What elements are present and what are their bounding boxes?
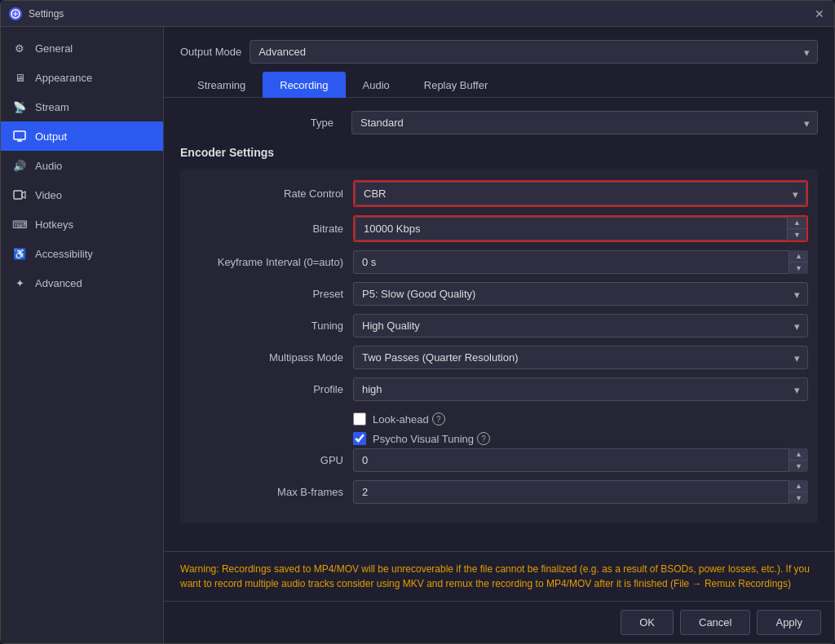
ok-button[interactable]: OK	[621, 610, 674, 635]
window-title: Settings	[29, 8, 813, 20]
type-select[interactable]: Standard Custom Output (FFmpeg)	[351, 111, 818, 135]
look-ahead-help-icon[interactable]: ?	[432, 412, 445, 426]
max-bframes-row: Max B-frames ▲ ▼	[190, 480, 808, 504]
settings-window: Settings ✕ ⚙ General 🖥 Appearance 📡 Stre…	[0, 0, 835, 644]
tab-streaming[interactable]: Streaming	[180, 72, 263, 98]
psycho-visual-help-icon[interactable]: ?	[477, 432, 490, 445]
max-bframes-spinbox: ▲ ▼	[353, 480, 808, 504]
audio-icon: 🔊	[12, 158, 27, 173]
multipass-mode-select[interactable]: Disabled Two Passes (Quarter Resolution)…	[353, 346, 808, 369]
bitrate-input[interactable]	[355, 217, 806, 240]
rate-control-row: Rate Control CBR VBR ABR CQP	[190, 180, 808, 207]
psycho-visual-row: Psycho Visual Tuning ?	[353, 429, 808, 448]
sidebar-label-accessibility: Accessibility	[35, 248, 93, 260]
type-select-wrapper: Standard Custom Output (FFmpeg)	[351, 111, 818, 135]
profile-select[interactable]: high main baseline	[353, 377, 808, 401]
sidebar-label-audio: Audio	[35, 160, 62, 172]
settings-content: Type Standard Custom Output (FFmpeg) Enc…	[164, 98, 834, 551]
gpu-down-button[interactable]: ▼	[789, 461, 808, 472]
sidebar-label-output: Output	[35, 130, 67, 143]
multipass-mode-row: Multipass Mode Disabled Two Passes (Quar…	[190, 346, 808, 369]
type-label: Type	[180, 117, 343, 129]
sidebar-item-accessibility[interactable]: ♿ Accessibility	[1, 239, 163, 268]
app-icon	[9, 7, 22, 20]
output-mode-select[interactable]: Advanced Simple	[250, 40, 818, 64]
tuning-select[interactable]: High Quality Low Latency Ultra Low Laten…	[353, 314, 808, 337]
output-icon	[12, 129, 27, 143]
sidebar-item-audio[interactable]: 🔊 Audio	[1, 151, 163, 180]
gear-icon: ⚙	[12, 41, 27, 55]
keyframe-interval-spinbox: ▲ ▼	[353, 250, 808, 274]
sidebar-item-video[interactable]: Video	[1, 180, 163, 210]
bitrate-row: Bitrate ▲ ▼	[190, 215, 808, 242]
sidebar-label-general: General	[35, 42, 73, 55]
bitrate-down-button[interactable]: ▼	[788, 229, 806, 240]
profile-control: high main baseline	[353, 377, 808, 401]
tab-recording[interactable]: Recording	[263, 72, 345, 98]
apply-button[interactable]: Apply	[757, 610, 821, 635]
preset-control: P1: Fastest (Lowest Quality) P2: Fast P3…	[353, 282, 808, 306]
close-button[interactable]: ✕	[813, 7, 826, 20]
cancel-button[interactable]: Cancel	[680, 610, 750, 635]
preset-label: Preset	[190, 288, 353, 300]
tab-audio[interactable]: Audio	[346, 72, 407, 98]
hotkeys-icon: ⌨	[12, 217, 27, 232]
main-panel: Output Mode Advanced Simple Streaming Re…	[164, 27, 834, 643]
output-mode-row: Output Mode Advanced Simple	[164, 27, 834, 72]
encoder-settings-section: Encoder Settings Rate Control CBR VBR AB…	[180, 146, 818, 523]
encoder-settings-title: Encoder Settings	[180, 146, 818, 159]
sidebar-label-stream: Stream	[35, 101, 69, 113]
stream-icon: 📡	[12, 99, 27, 114]
max-bframes-down-button[interactable]: ▼	[789, 492, 808, 504]
tuning-row: Tuning High Quality Low Latency Ultra Lo…	[190, 314, 808, 337]
profile-row: Profile high main baseline	[190, 377, 808, 401]
rate-control-label: Rate Control	[190, 187, 353, 200]
keyframe-spinbox-buttons: ▲ ▼	[789, 250, 808, 274]
look-ahead-label: Look-ahead ?	[373, 412, 445, 426]
max-bframes-up-button[interactable]: ▲	[789, 480, 808, 492]
output-mode-select-wrapper: Advanced Simple	[250, 40, 818, 64]
rate-control-select[interactable]: CBR VBR ABR CQP	[355, 182, 806, 205]
sidebar-label-video: Video	[35, 189, 62, 201]
preset-select[interactable]: P1: Fastest (Lowest Quality) P2: Fast P3…	[353, 282, 808, 306]
type-row: Type Standard Custom Output (FFmpeg)	[180, 111, 818, 135]
tuning-label: Tuning	[190, 320, 353, 332]
appearance-icon: 🖥	[12, 70, 27, 85]
keyframe-interval-input[interactable]	[353, 250, 808, 274]
sidebar-label-advanced: Advanced	[35, 277, 82, 289]
bitrate-up-button[interactable]: ▲	[788, 217, 806, 229]
look-ahead-checkbox[interactable]	[353, 412, 366, 426]
gpu-up-button[interactable]: ▲	[789, 448, 808, 461]
advanced-icon: ✦	[12, 276, 27, 290]
bitrate-label: Bitrate	[190, 223, 353, 235]
tuning-control: High Quality Low Latency Ultra Low Laten…	[353, 314, 808, 337]
sidebar-item-output[interactable]: Output	[1, 121, 163, 151]
max-bframes-input[interactable]	[353, 480, 808, 504]
preset-row: Preset P1: Fastest (Lowest Quality) P2: …	[190, 282, 808, 306]
encoder-settings-box: Rate Control CBR VBR ABR CQP	[180, 169, 818, 523]
keyframe-down-button[interactable]: ▼	[789, 262, 808, 274]
sidebar-item-hotkeys[interactable]: ⌨ Hotkeys	[1, 210, 163, 239]
psycho-visual-checkbox[interactable]	[353, 432, 366, 445]
titlebar: Settings ✕	[1, 1, 834, 27]
sidebar-item-general[interactable]: ⚙ General	[1, 33, 163, 63]
psycho-visual-label: Psycho Visual Tuning ?	[373, 432, 490, 445]
sidebar-label-appearance: Appearance	[35, 72, 92, 84]
multipass-mode-label: Multipass Mode	[190, 351, 353, 364]
sidebar-item-stream[interactable]: 📡 Stream	[1, 92, 163, 121]
svg-rect-2	[14, 191, 22, 199]
content-area: ⚙ General 🖥 Appearance 📡 Stream Output 🔊…	[1, 27, 834, 643]
sidebar-item-advanced[interactable]: ✦ Advanced	[1, 268, 163, 298]
look-ahead-row: Look-ahead ?	[353, 409, 808, 429]
footer: OK Cancel Apply	[164, 601, 834, 643]
bitrate-spinbox: ▲ ▼	[353, 215, 808, 242]
keyframe-interval-row: Keyframe Interval (0=auto) ▲ ▼	[190, 250, 808, 274]
rate-control-control: CBR VBR ABR CQP	[353, 180, 808, 207]
gpu-input[interactable]	[353, 448, 808, 472]
sidebar-label-hotkeys: Hotkeys	[35, 218, 73, 231]
tab-replay-buffer[interactable]: Replay Buffer	[407, 72, 506, 98]
tabs-row: Streaming Recording Audio Replay Buffer	[164, 72, 834, 98]
keyframe-up-button[interactable]: ▲	[789, 250, 808, 262]
sidebar-item-appearance[interactable]: 🖥 Appearance	[1, 63, 163, 92]
max-bframes-label: Max B-frames	[190, 486, 353, 498]
